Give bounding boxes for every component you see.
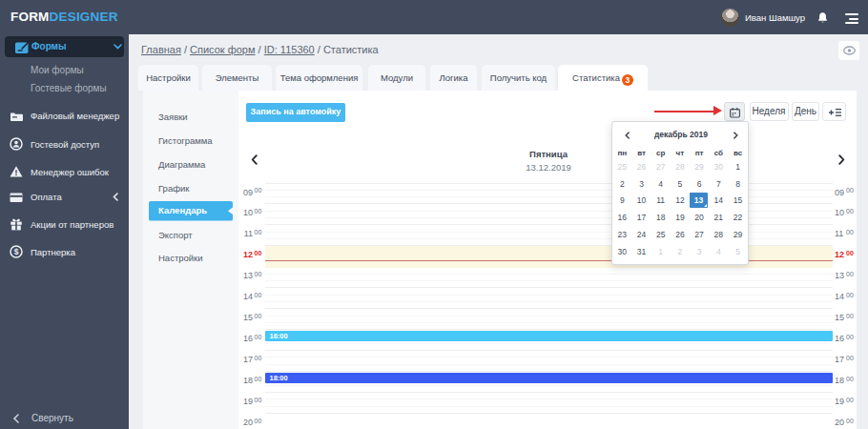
- svg-text:$: $: [14, 247, 19, 256]
